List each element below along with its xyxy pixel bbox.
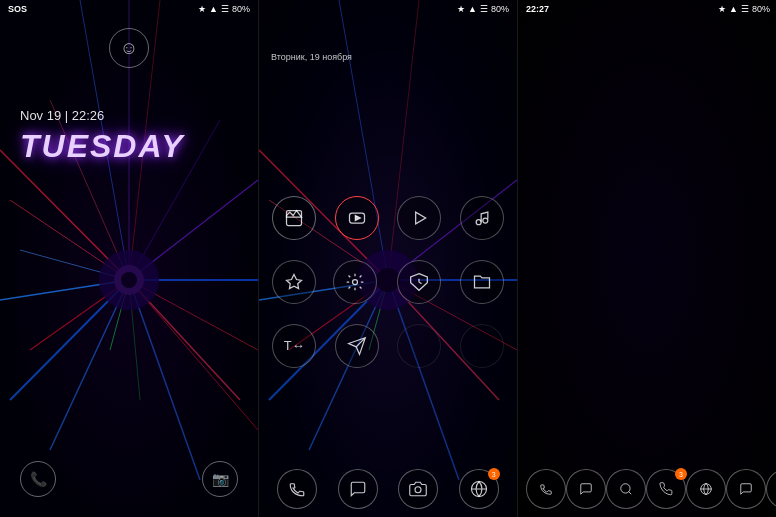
translate-icon[interactable]: T↔: [272, 324, 316, 368]
sos-label: SOS: [8, 4, 27, 14]
svg-point-46: [483, 218, 488, 223]
app-drawer-screen: 22:27 ★ ▲ ☰ 80% Диктофон: [518, 0, 776, 517]
drawer-dock-3-icon[interactable]: [606, 469, 646, 509]
status-bar-3: 22:27 ★ ▲ ☰ 80%: [518, 0, 776, 18]
drawer-dock-4-icon[interactable]: 3: [646, 469, 686, 509]
wifi-icon-2: ▲: [468, 4, 477, 14]
phone-lock-icon[interactable]: 📞: [20, 461, 56, 497]
lock-bottom-icons: 📞 📷: [0, 461, 258, 497]
status-icons-3: ★ ▲ ☰ 80%: [718, 4, 770, 14]
telegram-icon[interactable]: [335, 324, 379, 368]
status-icons-1: ★ ▲ ☰ 80%: [198, 4, 250, 14]
battery-icon-3: 80%: [752, 4, 770, 14]
dock-camera[interactable]: [398, 469, 438, 509]
settings-icon[interactable]: [333, 260, 377, 304]
time-3: 22:27: [526, 4, 549, 14]
svg-point-23: [121, 272, 137, 288]
gallery-icon[interactable]: [272, 196, 316, 240]
svg-point-79: [621, 484, 630, 493]
dock-camera-icon[interactable]: [398, 469, 438, 509]
empty1-icon: [397, 324, 441, 368]
lock-screen-content: Nov 19 | 22:26 TUESDAY: [0, 68, 258, 185]
face-icon: ☺: [109, 28, 149, 68]
drawer-dock-6[interactable]: [726, 469, 766, 509]
youtube-icon[interactable]: [335, 196, 379, 240]
signal-icon-2: ☰: [480, 4, 488, 14]
svg-point-49: [415, 487, 421, 493]
dock-browser[interactable]: 3: [459, 469, 499, 509]
home-date: Вторник, 19 ноября: [271, 52, 358, 62]
svg-point-45: [476, 220, 481, 225]
drawer-dock-7[interactable]: [766, 469, 776, 509]
bluetooth-icon: ★: [198, 4, 206, 14]
date-time: Nov 19 | 22:26 TUESDAY: [20, 108, 238, 165]
status-bar-2: ★ ▲ ☰ 80%: [259, 0, 517, 18]
battery-icon-2: 80%: [491, 4, 509, 14]
dock-browser-icon[interactable]: 3: [459, 469, 499, 509]
drawer-dock-phone[interactable]: [526, 469, 566, 509]
bluetooth-icon-3: ★: [718, 4, 726, 14]
battery-icon: 80%: [232, 4, 250, 14]
dock-msg[interactable]: [338, 469, 378, 509]
drawer-dock-5-icon[interactable]: [686, 469, 726, 509]
svg-point-47: [353, 279, 358, 284]
signal-icon-3: ☰: [741, 4, 749, 14]
wifi-icon: ▲: [209, 4, 218, 14]
drawer-dock: 3: [518, 469, 776, 509]
files-icon[interactable]: [460, 260, 504, 304]
dock4-badge: 3: [675, 468, 687, 480]
security-icon[interactable]: [397, 260, 441, 304]
themes-icon[interactable]: [272, 260, 316, 304]
home-dock: 3: [259, 469, 517, 509]
wifi-icon-3: ▲: [729, 4, 738, 14]
lock-screen: SOS ★ ▲ ☰ 80% ☺ Nov 19 | 22:26 TUESDAY 📞…: [0, 0, 258, 517]
drawer-dock-7-icon[interactable]: [766, 469, 776, 509]
drawer-dock-6-icon[interactable]: [726, 469, 766, 509]
empty2-icon: [460, 324, 504, 368]
svg-marker-43: [355, 216, 360, 221]
dock-phone[interactable]: [277, 469, 317, 509]
drawer-dock-5[interactable]: [686, 469, 726, 509]
browser-badge: 3: [488, 468, 500, 480]
home-screen: ★ ▲ ☰ 80% 10:27PM Вторник, 19 ноября ☁ 3…: [259, 0, 517, 517]
signal-icon: ☰: [221, 4, 229, 14]
dock-msg-icon[interactable]: [338, 469, 378, 509]
drawer-dock-4[interactable]: 3: [646, 469, 686, 509]
status-bar-1: SOS ★ ▲ ☰ 80%: [0, 0, 258, 18]
drawer-dock-2-icon[interactable]: [566, 469, 606, 509]
lock-day: TUESDAY: [20, 128, 238, 165]
svg-marker-44: [416, 212, 426, 224]
drawer-dock-phone-icon[interactable]: [526, 469, 566, 509]
drawer-dock-2[interactable]: [566, 469, 606, 509]
music-icon[interactable]: [460, 196, 504, 240]
camera-lock-icon[interactable]: 📷: [202, 461, 238, 497]
video-icon[interactable]: [397, 196, 441, 240]
status-icons-2: ★ ▲ ☰ 80%: [457, 4, 509, 14]
dock-phone-icon[interactable]: [277, 469, 317, 509]
bluetooth-icon-2: ★: [457, 4, 465, 14]
drawer-dock-3[interactable]: [606, 469, 646, 509]
lock-date: Nov 19 | 22:26: [20, 108, 238, 123]
